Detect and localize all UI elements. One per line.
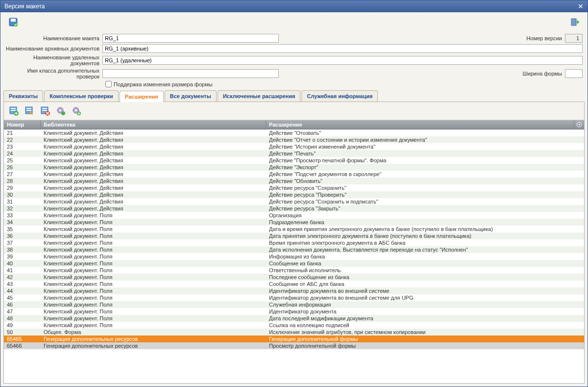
tab-service-info[interactable]: Служебная информация bbox=[301, 90, 378, 102]
table-row[interactable]: 29Клиентский документ. ДействияДействие … bbox=[4, 184, 584, 191]
table-row[interactable]: 44Клиентский документ. ПоляИдентификатор… bbox=[4, 287, 584, 294]
name-input[interactable] bbox=[102, 34, 279, 43]
cell-num: 43 bbox=[4, 281, 41, 287]
cell-num: 40 bbox=[4, 260, 41, 267]
svg-rect-1 bbox=[11, 19, 16, 22]
table-row[interactable]: 28Клиентский документ. ДействияДействие … bbox=[4, 178, 584, 184]
table-row[interactable]: 49Клиентский документ. ПоляСсылка на кол… bbox=[4, 322, 584, 329]
table-row[interactable]: 43Клиентский документ. ПоляСообщение от … bbox=[4, 281, 584, 287]
grid-add-icon[interactable] bbox=[8, 105, 20, 117]
cell-num: 30 bbox=[4, 191, 41, 198]
table-row[interactable]: 32Клиентский документ. ДействияДействие … bbox=[4, 205, 584, 212]
cell-num: 44 bbox=[4, 287, 41, 294]
cell-lib: Клиентский документ. Поля bbox=[41, 287, 266, 294]
table-row[interactable]: 39Клиентский документ. ПоляИнформация из… bbox=[4, 253, 584, 260]
main-toolbar bbox=[0, 12, 588, 32]
table-row[interactable]: 37Клиентский документ. ПоляВремя приняти… bbox=[4, 239, 584, 246]
table-row[interactable]: 34Клиентский документ. ПоляПодразделение… bbox=[4, 219, 584, 226]
table-row[interactable]: 23Клиентский документ. ДействияДействие … bbox=[4, 143, 584, 150]
cell-ext: Дата исполнения документа. Выставляется … bbox=[266, 246, 584, 253]
table-row[interactable]: 65466Генерация дополнительных ресурсовПр… bbox=[4, 342, 584, 349]
grid-edit-icon[interactable] bbox=[24, 105, 35, 117]
archive-input[interactable] bbox=[102, 44, 583, 53]
close-icon[interactable]: ✕ bbox=[578, 2, 584, 10]
tabs: Реквизиты Комплексные проверки Расширени… bbox=[0, 90, 588, 102]
table-row[interactable]: 45Клиентский документ. ПоляИдентификатор… bbox=[4, 294, 584, 301]
table-row[interactable]: 30Клиентский документ. ДействияДействие … bbox=[4, 191, 584, 198]
cell-lib: Клиентский документ. Действия bbox=[41, 205, 266, 212]
table-row[interactable]: 50Общее. ФормаИсключение значений атрибу… bbox=[4, 329, 584, 335]
cell-num: 27 bbox=[4, 171, 41, 178]
table-row[interactable]: 46Клиентский документ. ПоляСлужебная инф… bbox=[4, 301, 584, 308]
titlebar: Версия макета ✕ bbox=[0, 0, 588, 12]
tab-body: Номер Библиотека Расширение 21Клиентский… bbox=[3, 102, 585, 384]
cell-num: 32 bbox=[4, 205, 41, 212]
header-ext[interactable]: Расширение bbox=[266, 120, 574, 129]
cell-lib: Клиентский документ. Поля bbox=[41, 219, 266, 226]
table-row[interactable]: 40Клиентский документ. ПоляСообщение из … bbox=[4, 260, 584, 267]
table-row[interactable]: 33Клиентский документ. ПоляОрганизация bbox=[4, 212, 584, 219]
table-row[interactable]: 42Клиентский документ. ПоляПоследнее соо… bbox=[4, 274, 584, 281]
grid-body[interactable]: 21Клиентский документ. ДействияДействие … bbox=[4, 129, 584, 383]
cell-num: 49 bbox=[4, 322, 41, 329]
cell-lib: Клиентский документ. Действия bbox=[41, 178, 266, 184]
cell-ext: Исключение значений атрибутов, при систе… bbox=[266, 329, 584, 335]
table-row[interactable]: 24Клиентский документ. ДействияДействие … bbox=[4, 150, 584, 157]
table-row[interactable]: 22Клиентский документ. ДействияДействие … bbox=[4, 136, 584, 143]
class-input[interactable] bbox=[102, 69, 279, 78]
table-row[interactable]: 21Клиентский документ. ДействияДействие … bbox=[4, 129, 584, 136]
cell-lib: Клиентский документ. Действия bbox=[41, 136, 266, 143]
label-deleted: Наименование удаленных документов bbox=[5, 54, 102, 66]
table-row[interactable]: 27Клиентский документ. ДействияДействие … bbox=[4, 171, 584, 178]
cell-lib: Клиентский документ. Поля bbox=[41, 239, 266, 246]
cell-ext: Дата последней модификации документа bbox=[266, 315, 584, 322]
cell-lib: Клиентский документ. Действия bbox=[41, 184, 266, 191]
cell-num: 35 bbox=[4, 226, 41, 232]
header-num[interactable]: Номер bbox=[4, 120, 41, 129]
table-row[interactable]: 47Клиентский документ. ПоляИдентификатор… bbox=[4, 308, 584, 315]
table-row[interactable]: 38Клиентский документ. ПоляДата исполнен… bbox=[4, 246, 584, 253]
header-lib[interactable]: Библиотека bbox=[41, 120, 266, 129]
tab-extensions[interactable]: Расширения bbox=[120, 91, 164, 102]
cell-lib: Общее. Форма bbox=[41, 329, 266, 335]
checkbox-label: Поддержка изменения размера формы bbox=[114, 81, 213, 87]
version-value: 1 bbox=[565, 34, 583, 43]
deleted-input[interactable] bbox=[102, 56, 583, 65]
cell-num: 34 bbox=[4, 219, 41, 226]
table-row[interactable]: 48Клиентский документ. ПоляДата последне… bbox=[4, 315, 584, 322]
cell-num: 65466 bbox=[4, 342, 41, 349]
save-icon[interactable] bbox=[7, 16, 19, 28]
label-name: Наименование макета bbox=[5, 35, 102, 41]
grid-gear1-icon[interactable] bbox=[55, 105, 67, 117]
cell-num: 28 bbox=[4, 178, 41, 184]
table-row[interactable]: 26Клиентский документ. ДействияДействие … bbox=[4, 164, 584, 171]
cell-lib: Клиентский документ. Поля bbox=[41, 232, 266, 239]
table-row[interactable]: 41Клиентский документ. ПоляОтветственный… bbox=[4, 267, 584, 274]
width-input[interactable] bbox=[565, 69, 583, 78]
cell-lib: Клиентский документ. Поля bbox=[41, 226, 266, 232]
grid-gear2-icon[interactable] bbox=[71, 105, 82, 117]
tab-excluded-ext[interactable]: Исключенные расширения bbox=[218, 90, 301, 102]
label-version: Номер версии bbox=[526, 35, 562, 41]
table-row[interactable]: 35Клиентский документ. ПоляДата и время … bbox=[4, 226, 584, 232]
tab-all-docs[interactable]: Все документы bbox=[165, 90, 217, 102]
table-row[interactable]: 65465Генерация дополнительных ресурсовГе… bbox=[4, 335, 584, 342]
header-gear-icon[interactable] bbox=[574, 120, 584, 129]
cell-lib: Клиентский документ. Поля bbox=[41, 246, 266, 253]
cell-lib: Клиентский документ. Поля bbox=[41, 260, 266, 267]
cell-ext: Дата принятия электронного документа в б… bbox=[266, 232, 584, 239]
cell-lib: Клиентский документ. Поля bbox=[41, 281, 266, 287]
table-row[interactable]: 31Клиентский документ. ДействияДействие … bbox=[4, 198, 584, 205]
svg-rect-6 bbox=[11, 110, 16, 111]
svg-rect-5 bbox=[11, 108, 16, 109]
table-row[interactable]: 36Клиентский документ. ПоляДата принятия… bbox=[4, 232, 584, 239]
tab-requisites[interactable]: Реквизиты bbox=[3, 90, 43, 102]
resize-checkbox[interactable] bbox=[105, 81, 112, 87]
cell-ext: Ответственный исполнитель bbox=[266, 267, 584, 274]
table-row[interactable]: 25Клиентский документ. ДействияДействие … bbox=[4, 157, 584, 164]
grid-delete-icon[interactable] bbox=[39, 105, 51, 117]
cell-num: 38 bbox=[4, 246, 41, 253]
tab-complex-checks[interactable]: Комплексные проверки bbox=[44, 90, 119, 102]
exit-icon[interactable] bbox=[569, 16, 581, 28]
cell-num: 45 bbox=[4, 294, 41, 301]
